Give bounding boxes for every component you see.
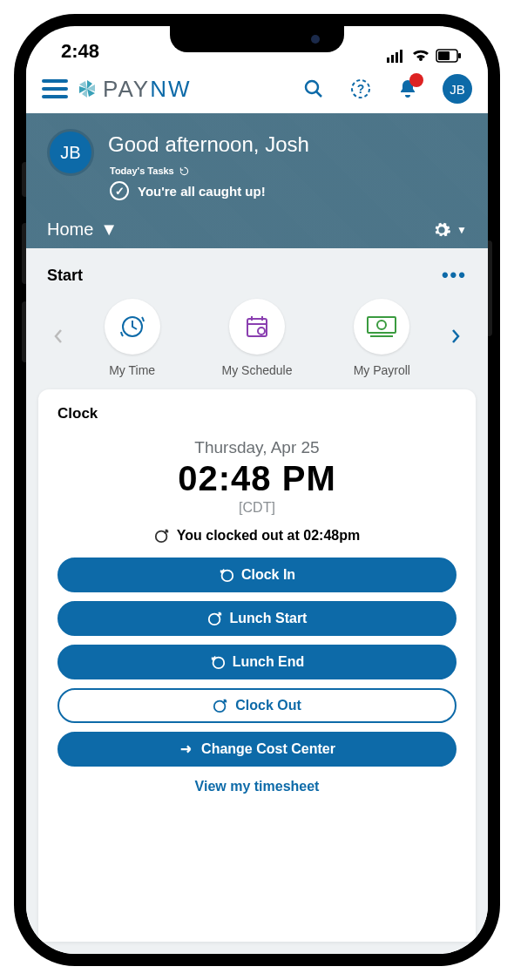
search-icon [303,78,324,99]
clock-status: You clocked out at 02:48pm [57,528,457,544]
help-button[interactable]: ? [348,77,373,101]
calendar-icon [242,312,272,341]
clock-card: Clock Thursday, Apr 25 02:48 PM [CDT] Yo… [38,389,476,942]
caret-down-icon: ▼ [457,224,467,236]
tiles-next[interactable] [444,328,467,348]
lunch-end-icon [210,654,226,670]
clock-in-icon [219,567,234,583]
home-dropdown[interactable]: Home ▼ [47,220,118,240]
notifications-button[interactable] [396,77,420,101]
start-title: Start [47,267,83,285]
logo-text-nw: NW [150,76,191,102]
clock-time: 02:48 PM [57,459,457,498]
tile-label: My Schedule [222,363,293,377]
brand-logo: PAYNW [77,76,293,103]
tile-label: My Payroll [354,363,410,377]
clock-tz: [CDT] [57,500,457,516]
tile-label: My Time [109,363,155,377]
todays-tasks-label[interactable]: Today's Tasks [110,166,467,176]
start-more-button[interactable]: ••• [442,264,467,287]
clock-out-icon [213,698,228,713]
status-time: 2:48 [61,40,99,63]
signal-icon [387,49,406,63]
cash-icon [365,314,398,339]
pinwheel-icon [77,78,98,99]
check-icon: ✓ [110,181,129,200]
clock-title: Clock [57,405,457,422]
start-section: Start ••• My Time [26,248,488,389]
tile-my-schedule[interactable]: My Schedule [205,299,309,377]
clock-icon [118,312,147,341]
phone-notch [170,26,344,52]
tile-my-payroll[interactable]: My Payroll [329,299,434,377]
greeting-banner: JB Good afternoon, Josh Today's Tasks ✓ … [26,113,488,248]
clock-date: Thursday, Apr 25 [57,438,457,457]
tile-my-time[interactable]: My Time [80,299,185,377]
svg-line-8 [316,91,321,97]
caret-down-icon: ▼ [100,220,118,240]
greeting-text: Good afternoon, Josh [108,132,467,157]
lunch-start-icon [207,611,223,626]
caught-up-row: ✓ You're all caught up! [110,181,467,200]
svg-rect-6 [438,51,450,60]
svg-rect-3 [400,50,402,63]
svg-rect-2 [396,52,398,63]
svg-point-21 [221,571,233,582]
svg-rect-17 [368,317,396,333]
clock-out-button[interactable]: Clock Out [57,688,457,723]
notification-dot [409,73,423,87]
lunch-end-button[interactable]: Lunch End [57,645,457,679]
menu-button[interactable] [42,79,68,98]
app-header: PAYNW ? JB [26,64,488,113]
svg-point-7 [306,81,318,93]
battery-icon [436,49,462,63]
svg-rect-5 [458,53,461,58]
search-button[interactable] [301,77,326,101]
svg-rect-1 [391,55,394,63]
svg-rect-0 [387,57,389,63]
tiles-prev[interactable] [47,328,70,348]
lunch-start-button[interactable]: Lunch Start [57,601,457,636]
svg-point-23 [213,658,224,669]
banner-avatar[interactable]: JB [47,129,94,176]
svg-point-16 [258,328,265,335]
change-cost-center-button[interactable]: Change Cost Center [57,732,457,767]
wifi-icon [411,49,430,63]
arrow-right-icon [179,741,194,757]
refresh-icon [179,166,189,176]
chevron-left-icon [53,328,64,344]
banner-settings[interactable]: ▼ [432,220,467,240]
gear-icon [432,220,451,240]
help-icon: ? [349,78,372,100]
svg-point-18 [377,321,386,329]
chevron-right-icon [450,328,461,344]
logo-text-pay: PAY [103,76,150,102]
view-timesheet-link[interactable]: View my timesheet [57,779,457,794]
clock-out-icon [154,528,170,544]
clock-in-button[interactable]: Clock In [57,558,457,592]
profile-avatar[interactable]: JB [443,74,472,104]
svg-text:?: ? [357,82,365,96]
